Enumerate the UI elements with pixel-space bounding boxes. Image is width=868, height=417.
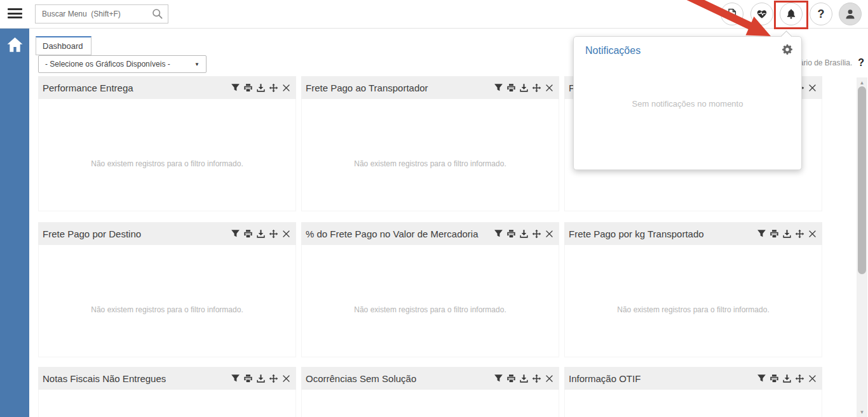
download-icon[interactable] bbox=[256, 374, 266, 383]
panel-body: Não existem registros para o filtro info… bbox=[38, 99, 296, 211]
home-icon[interactable] bbox=[0, 29, 29, 60]
move-icon[interactable] bbox=[269, 83, 278, 93]
filter-icon[interactable] bbox=[494, 374, 503, 383]
close-icon[interactable] bbox=[545, 374, 554, 383]
popup-caret bbox=[780, 30, 792, 42]
heartbeat-icon[interactable] bbox=[750, 3, 773, 25]
hint-help-icon[interactable]: ? bbox=[858, 57, 864, 69]
close-icon[interactable] bbox=[808, 83, 817, 93]
move-icon[interactable] bbox=[532, 83, 541, 93]
hamburger-icon[interactable] bbox=[8, 8, 22, 20]
download-icon[interactable] bbox=[256, 83, 266, 93]
charts-select[interactable]: - Selecione os Gráficos Disponíveis - ▼ bbox=[38, 55, 207, 73]
panel-body bbox=[38, 390, 296, 417]
sidebar bbox=[0, 29, 29, 417]
search-input[interactable] bbox=[36, 5, 151, 23]
notifications-popup: Notificações Sem notificações no momento bbox=[573, 36, 802, 170]
print-icon[interactable] bbox=[243, 374, 253, 383]
print-icon[interactable] bbox=[506, 374, 516, 383]
close-icon[interactable] bbox=[281, 83, 291, 93]
timezone-hint: ário de Brasília. ? bbox=[799, 57, 864, 69]
panel-body: Não existem registros para o filtro info… bbox=[564, 245, 822, 357]
panel-empty-text: Não existem registros para o filtro info… bbox=[91, 159, 243, 168]
filter-icon[interactable] bbox=[231, 229, 240, 239]
panel-title: Frete Pago ao Transportador bbox=[306, 83, 428, 93]
panel-title: Notas Fiscais Não Entregues bbox=[43, 373, 166, 384]
filter-icon[interactable] bbox=[757, 229, 766, 239]
filter-icon[interactable] bbox=[757, 374, 766, 383]
move-icon[interactable] bbox=[532, 374, 541, 383]
panel-title: Informação OTIF bbox=[569, 373, 641, 384]
chevron-down-icon: ▼ bbox=[194, 62, 200, 67]
gear-icon[interactable] bbox=[782, 44, 793, 55]
move-icon[interactable] bbox=[795, 374, 804, 383]
panel-title: Ocorrências Sem Solução bbox=[306, 373, 416, 384]
move-icon[interactable] bbox=[795, 229, 804, 239]
download-icon[interactable] bbox=[256, 229, 266, 239]
tab-dashboard[interactable]: Dashboard bbox=[36, 36, 92, 55]
download-icon[interactable] bbox=[519, 374, 529, 383]
panel-header: Notas Fiscais Não Entregues bbox=[38, 367, 296, 390]
move-icon[interactable] bbox=[532, 229, 541, 239]
close-icon[interactable] bbox=[281, 374, 291, 383]
panel-empty-text: Não existem registros para o filtro info… bbox=[354, 305, 506, 314]
dashboard-panel: Frete Pago ao TransportadorNão existem r… bbox=[301, 76, 559, 211]
panel-header: Performance Entrega bbox=[38, 76, 296, 99]
dashboard-panel: Frete Pago por DestinoNão existem regist… bbox=[38, 222, 296, 357]
panel-body: Não existem registros para o filtro info… bbox=[301, 99, 559, 211]
scroll-down-icon[interactable]: ▼ bbox=[857, 409, 867, 415]
filter-icon[interactable] bbox=[494, 229, 503, 239]
panel-body: Não existem registros para o filtro info… bbox=[301, 245, 559, 357]
print-icon[interactable] bbox=[243, 83, 253, 93]
close-icon[interactable] bbox=[545, 83, 554, 93]
search-icon[interactable] bbox=[151, 8, 164, 20]
charts-select-value: - Selecione os Gráficos Disponíveis - bbox=[45, 60, 170, 69]
print-icon[interactable] bbox=[506, 83, 516, 93]
close-icon[interactable] bbox=[545, 229, 554, 239]
filter-icon[interactable] bbox=[231, 374, 240, 383]
panel-empty-text: Não existem registros para o filtro info… bbox=[354, 159, 506, 168]
panel-empty-text: Não existem registros para o filtro info… bbox=[617, 305, 769, 314]
panel-title: % do Frete Pago no Valor de Mercadoria bbox=[306, 228, 478, 239]
close-icon[interactable] bbox=[281, 229, 291, 239]
print-icon[interactable] bbox=[770, 374, 779, 383]
panel-title: Frete Pago por kg Transportado bbox=[569, 228, 704, 239]
popup-title: Notificações bbox=[585, 45, 641, 56]
move-icon[interactable] bbox=[269, 229, 278, 239]
filter-icon[interactable] bbox=[231, 83, 240, 93]
top-bar: ? bbox=[0, 0, 868, 29]
menu-search bbox=[35, 4, 168, 23]
dashboard-panel: Ocorrências Sem Solução bbox=[301, 367, 559, 417]
document-icon[interactable] bbox=[721, 3, 743, 25]
panel-empty-text: Não existem registros para o filtro info… bbox=[91, 305, 243, 314]
bell-icon[interactable] bbox=[780, 3, 803, 25]
move-icon[interactable] bbox=[269, 374, 278, 383]
download-icon[interactable] bbox=[782, 229, 792, 239]
vertical-scrollbar: ▲ ▼ bbox=[857, 77, 867, 417]
panel-title: Performance Entrega bbox=[43, 83, 133, 93]
dashboard-panel: Notas Fiscais Não Entregues bbox=[38, 367, 296, 417]
print-icon[interactable] bbox=[770, 229, 779, 239]
print-icon[interactable] bbox=[506, 229, 516, 239]
download-icon[interactable] bbox=[519, 229, 529, 239]
download-icon[interactable] bbox=[782, 374, 792, 383]
panel-header: Frete Pago ao Transportador bbox=[301, 76, 559, 99]
dashboard-panel: % do Frete Pago no Valor de MercadoriaNã… bbox=[301, 222, 559, 357]
dashboard-panel: Informação OTIF bbox=[564, 367, 822, 417]
print-icon[interactable] bbox=[243, 229, 253, 239]
help-icon[interactable]: ? bbox=[810, 3, 832, 25]
user-avatar-icon[interactable] bbox=[839, 3, 862, 25]
filter-icon[interactable] bbox=[494, 83, 503, 93]
popup-empty-message: Sem notificações no momento bbox=[574, 99, 801, 109]
panel-header: Informação OTIF bbox=[564, 367, 822, 390]
timezone-hint-text: ário de Brasília. bbox=[799, 58, 852, 67]
close-icon[interactable] bbox=[808, 229, 817, 239]
panel-body: Não existem registros para o filtro info… bbox=[38, 245, 296, 357]
dashboard-panel: Performance EntregaNão existem registros… bbox=[38, 76, 296, 211]
close-icon[interactable] bbox=[808, 374, 817, 383]
download-icon[interactable] bbox=[519, 83, 529, 93]
scrollbar-thumb[interactable] bbox=[858, 86, 866, 274]
panel-body bbox=[564, 390, 822, 417]
scroll-up-icon[interactable]: ▲ bbox=[857, 80, 867, 86]
panel-header: % do Frete Pago no Valor de Mercadoria bbox=[301, 222, 559, 245]
